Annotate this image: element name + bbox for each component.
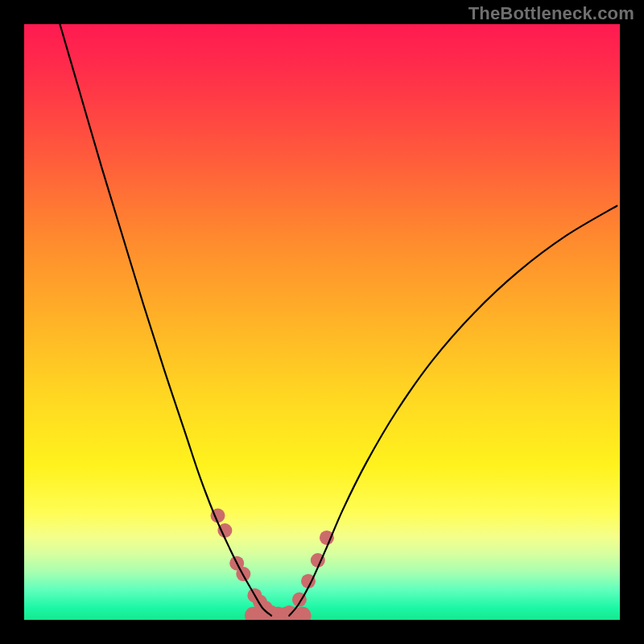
chart-frame: TheBottleneck.com — [0, 0, 644, 644]
data-dots-layer — [211, 509, 334, 621]
curve-right — [289, 206, 617, 616]
chart-svg — [24, 24, 620, 620]
plot-area — [24, 24, 620, 620]
watermark-text: TheBottleneck.com — [469, 3, 634, 24]
data-dot — [320, 530, 334, 545]
data-lines-layer — [60, 24, 617, 616]
curve-left — [60, 24, 271, 616]
